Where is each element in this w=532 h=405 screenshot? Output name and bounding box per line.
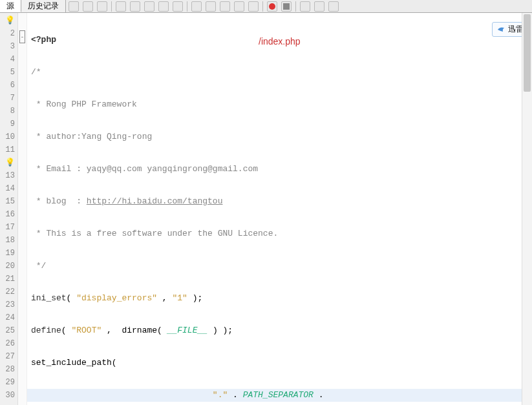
editor-tabs: 源 历史记录: [0, 0, 532, 13]
line-number: 11: [0, 143, 17, 156]
line-gutter: 💡 2 3 4 5 6 7 8 9 10 11 💡 13 14 15 16 17…: [0, 13, 18, 405]
line-number: 6: [0, 79, 17, 92]
tool-icon-5[interactable]: [130, 1, 140, 12]
line-number: 8: [0, 105, 17, 118]
line-number: 25: [0, 324, 17, 337]
line-number: 28: [0, 363, 17, 376]
line-number: 15: [0, 195, 17, 208]
code-area[interactable]: <?php /* * Rong PHP Framework * author:Y…: [27, 13, 532, 405]
tool-icon-11[interactable]: [220, 1, 230, 12]
code-string: "display_errors": [76, 293, 157, 303]
line-number: 10: [0, 130, 17, 143]
code-text: , dirname(: [101, 326, 167, 335]
tool-icon-7[interactable]: [158, 1, 169, 12]
line-number: 13: [0, 169, 17, 182]
tool-icon-6[interactable]: [144, 1, 154, 12]
code-comment: * This is a free software under the GNU …: [31, 229, 278, 238]
code-link: http://hi.baidu.com/tangtou: [87, 196, 223, 206]
fold-toggle[interactable]: -: [18, 30, 27, 43]
toolbar-sep: [262, 1, 263, 12]
code-text: set_include_path(: [31, 358, 117, 368]
hint-bulb-icon[interactable]: 💡: [0, 14, 17, 27]
record-icon[interactable]: [267, 1, 277, 12]
hint-bulb-icon[interactable]: 💡: [0, 156, 17, 169]
tool-icon-1[interactable]: [69, 1, 79, 12]
line-number: 24: [0, 311, 17, 324]
tool-icon-2[interactable]: [83, 1, 93, 12]
code-comment: */: [31, 261, 46, 271]
line-number: 30: [0, 389, 17, 402]
code-editor[interactable]: 💡 2 3 4 5 6 7 8 9 10 11 💡 13 14 15 16 17…: [0, 13, 532, 405]
code-comment: * Rong PHP Framework: [31, 99, 137, 109]
code-comment: * blog :: [31, 196, 87, 206]
find-icon[interactable]: [116, 1, 126, 12]
line-number: 19: [0, 247, 17, 260]
line-number: 4: [0, 53, 17, 66]
toolbar-sep: [295, 1, 296, 12]
code-text: define: [31, 326, 61, 335]
code-text: .: [228, 390, 242, 400]
toolbar-sep: [111, 1, 112, 12]
toolbar-sep: [187, 1, 187, 12]
code-text: (: [61, 326, 72, 335]
tool-icon-8[interactable]: [173, 1, 183, 12]
code-string: "1": [172, 293, 187, 303]
code-string: "ROOT": [71, 326, 101, 335]
code-const: __FILE__: [167, 326, 207, 335]
tool-icon-13[interactable]: [248, 1, 259, 12]
line-number: 26: [0, 337, 17, 350]
tool-icon-9[interactable]: [191, 1, 202, 12]
tab-history[interactable]: 历史记录: [21, 0, 66, 12]
toolbar: [66, 0, 341, 12]
line-number: 7: [0, 92, 17, 105]
line-number: 14: [0, 182, 17, 195]
code-comment: * author:Yang Qing-rong: [31, 132, 152, 141]
code-text: ,: [157, 293, 172, 303]
tab-source[interactable]: 源: [0, 0, 21, 12]
database-icon[interactable]: [328, 1, 339, 12]
line-number: 18: [0, 234, 17, 247]
code-text: [31, 390, 213, 400]
tool-icon-10[interactable]: [206, 1, 216, 12]
stop-icon[interactable]: [281, 1, 292, 12]
line-number: 27: [0, 350, 17, 363]
file-path-label: /index.php: [259, 36, 301, 47]
code-const: PATH_SEPARATOR: [243, 390, 314, 400]
code-string: ".": [213, 390, 228, 400]
code-text: ini_set: [31, 293, 67, 303]
code-text: );: [187, 293, 202, 303]
tool-icon-16[interactable]: [300, 1, 310, 12]
tool-icon-3[interactable]: [97, 1, 107, 12]
line-number: 23: [0, 298, 17, 311]
vertical-scrollbar[interactable]: [522, 13, 532, 405]
tool-icon-12[interactable]: [234, 1, 244, 12]
line-number: 16: [0, 208, 17, 221]
scroll-thumb[interactable]: [524, 14, 531, 92]
line-number: 2: [0, 27, 17, 40]
tool-icon-17[interactable]: [314, 1, 325, 12]
line-number: 29: [0, 376, 17, 389]
line-number: 17: [0, 221, 17, 234]
line-number: 20: [0, 260, 17, 273]
line-number: 9: [0, 118, 17, 130]
line-number: 3: [0, 40, 17, 53]
code-comment: * Email : yaqy@qq.com yangqingrong@gmail…: [31, 164, 258, 174]
bird-icon: [496, 25, 505, 34]
code-text: ) );: [207, 326, 233, 335]
code-text: <?php: [31, 35, 56, 45]
code-comment: /*: [31, 67, 41, 77]
line-number: 21: [0, 273, 17, 286]
line-number: 5: [0, 66, 17, 79]
code-text: .: [314, 390, 324, 400]
fold-column: -: [18, 13, 27, 405]
code-text: (: [67, 293, 77, 303]
line-number: 22: [0, 286, 17, 298]
